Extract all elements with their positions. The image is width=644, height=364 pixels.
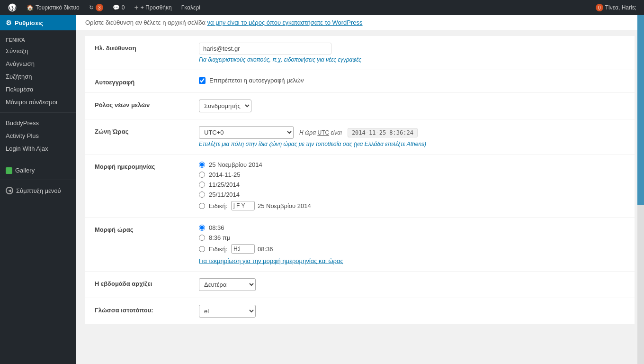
comments-count: 0 bbox=[122, 4, 125, 11]
scrollbar-track[interactable] bbox=[637, 15, 644, 364]
notice-link[interactable]: να μην είναι το μέρος όπου εγκαταστήσατε… bbox=[207, 19, 363, 26]
comments-icon: 💬 bbox=[113, 4, 120, 11]
admin-bar: 🏠 Τουριστικό δίκτυο ↻ 3 💬 0 + + Προσθήκη… bbox=[0, 0, 644, 15]
login-with-ajax-label: Login With Ajax bbox=[6, 145, 48, 152]
home-icon: 🏠 bbox=[27, 4, 34, 11]
updates-icon: ↻ bbox=[89, 4, 94, 11]
gear-icon: ⚙ bbox=[6, 19, 12, 27]
week-start-select[interactable]: Δευτέρα bbox=[199, 278, 256, 291]
timezone-select[interactable]: UTC+0 bbox=[199, 126, 294, 139]
utc-is: είναι bbox=[331, 129, 341, 136]
date-format-option-5: Ειδική: 25 Νοεμβρίου 2014 bbox=[199, 201, 625, 210]
add-new-button[interactable]: + + Προσθήκη bbox=[130, 0, 175, 15]
sidebar-item-buddypress[interactable]: BuddyPress bbox=[0, 117, 76, 129]
time-format-custom-input[interactable] bbox=[231, 244, 255, 254]
new-role-select[interactable]: Συνδρομητής bbox=[199, 100, 251, 112]
sidebar-active-menu-label: Ρυθμίσεις bbox=[15, 19, 43, 27]
sidebar-item-reading[interactable]: Ανάγνωση bbox=[0, 57, 76, 70]
site-name-button[interactable]: 🏠 Τουριστικό δίκτυο bbox=[23, 0, 83, 15]
user-menu[interactable]: 0 Τίνεα, Haris; bbox=[592, 0, 640, 15]
new-role-label: Ρόλος νέων μελών bbox=[95, 100, 199, 109]
sidebar-item-discussion-label: Συζήτηση bbox=[6, 73, 32, 80]
auto-register-checkbox[interactable] bbox=[199, 77, 206, 84]
date-format-radio-1[interactable] bbox=[199, 162, 205, 168]
date-format-custom-preview: 25 Νοεμβρίου 2014 bbox=[258, 202, 311, 209]
gallery-button[interactable]: Γκαλερί bbox=[178, 0, 204, 15]
timezone-row: Ζώνη Ώρας UTC+0 Η ώρα UTC είναι 2014-11-… bbox=[85, 119, 635, 155]
date-format-radio-2[interactable] bbox=[199, 172, 205, 178]
collapse-label: Σύμπτυξη μενού bbox=[16, 187, 61, 194]
utc-abbr: UTC bbox=[317, 129, 329, 136]
date-format-label-3[interactable]: 11/25/2014 bbox=[209, 181, 240, 188]
date-format-option-1: 25 Νοεμβρίου 2014 bbox=[199, 161, 625, 168]
week-start-label: Η εβδομάδα αρχίζει bbox=[95, 278, 199, 287]
updates-button[interactable]: ↻ 3 bbox=[85, 0, 107, 15]
date-format-option-3: 11/25/2014 bbox=[199, 181, 625, 188]
time-format-docs-link[interactable]: Για τεκμηρίωση για την μορφή ημερομηνίας… bbox=[199, 257, 343, 264]
site-name-label: Τουριστικό δίκτυο bbox=[36, 4, 80, 11]
sidebar-item-syntax-label: Σύνταξη bbox=[6, 47, 28, 55]
email-value-area: Για διαχειριστικούς σκοπούς, π.χ. ειδοπο… bbox=[199, 43, 625, 63]
week-start-row: Η εβδομάδα αρχίζει Δευτέρα bbox=[85, 272, 635, 298]
time-format-radio-2[interactable] bbox=[199, 235, 205, 241]
date-format-row: Μορφή ημερομηνίας 25 Νοεμβρίου 2014 2014… bbox=[85, 155, 635, 218]
collapse-icon: ◀ bbox=[6, 187, 13, 194]
date-format-custom-input[interactable] bbox=[231, 201, 255, 210]
sidebar-item-media[interactable]: Πολυμέσα bbox=[0, 83, 76, 96]
notice-text: Ορίστε διεύθυνση αν θέλετε η αρχική σελί… bbox=[85, 19, 206, 26]
general-section-label: Γενικά bbox=[0, 30, 76, 45]
date-format-radio-group: 25 Νοεμβρίου 2014 2014-11-25 11/25/2014 bbox=[199, 161, 625, 210]
gallery-label: Γκαλερί bbox=[181, 4, 200, 11]
email-hint: Για διαχειριστικούς σκοπούς, π.χ. ειδοπο… bbox=[199, 56, 625, 63]
date-format-value: 25 Νοεμβρίου 2014 2014-11-25 11/25/2014 bbox=[199, 161, 625, 210]
sidebar-item-permalinks-label: Μόνιμοι σύνδεσμοι bbox=[6, 99, 57, 106]
date-format-label-5[interactable]: Ειδική: bbox=[209, 202, 227, 209]
sidebar-item-syntax[interactable]: Σύνταξη bbox=[0, 45, 76, 57]
date-format-label-1[interactable]: 25 Νοεμβρίου 2014 bbox=[209, 161, 262, 168]
scrollbar-thumb[interactable] bbox=[637, 15, 644, 205]
email-row: Ηλ. διεύθυνση Για διαχειριστικούς σκοπού… bbox=[85, 36, 635, 70]
new-role-row: Ρόλος νέων μελών Συνδρομητής bbox=[85, 93, 635, 119]
wp-logo-button[interactable] bbox=[4, 0, 21, 15]
sidebar-divider-2 bbox=[0, 159, 76, 159]
time-format-custom-preview: 08:36 bbox=[258, 246, 273, 253]
settings-menu-header[interactable]: ⚙ Ρυθμίσεις bbox=[0, 15, 76, 30]
user-badge: 0 bbox=[596, 4, 603, 11]
sidebar-item-gallery[interactable]: Gallery bbox=[0, 163, 76, 176]
time-format-label-1[interactable]: 08:36 bbox=[209, 224, 224, 231]
date-format-option-4: 25/11/2014 bbox=[199, 191, 625, 198]
sidebar-item-permalinks[interactable]: Μόνιμοι σύνδεσμοι bbox=[0, 96, 76, 109]
time-format-radio-1[interactable] bbox=[199, 225, 205, 231]
user-name: Τίνεα, Haris; bbox=[605, 4, 636, 11]
email-input[interactable] bbox=[199, 43, 331, 55]
time-format-label-3[interactable]: Ειδική: bbox=[209, 246, 227, 253]
email-label: Ηλ. διεύθυνση bbox=[95, 43, 199, 52]
time-format-option-3: Ειδική: 08:36 bbox=[199, 244, 625, 254]
utc-label-prefix: Η ώρα bbox=[299, 129, 316, 136]
date-format-label-2[interactable]: 2014-11-25 bbox=[209, 171, 241, 178]
auto-register-checkbox-label[interactable]: Επιτρέπεται η αυτοεγγραφή μελών bbox=[209, 77, 304, 84]
language-select[interactable]: el bbox=[199, 305, 256, 318]
time-format-radio-group: 08:36 8:36 πμ Ειδική: 08:36 bbox=[199, 224, 625, 254]
sidebar-item-discussion[interactable]: Συζήτηση bbox=[0, 70, 76, 83]
main-content: Ορίστε διεύθυνση αν θέλετε η αρχική σελί… bbox=[76, 15, 644, 364]
language-value: el bbox=[199, 305, 625, 318]
time-format-label-2[interactable]: 8:36 πμ bbox=[209, 234, 230, 241]
auto-register-value: Επιτρέπεται η αυτοεγγραφή μελών bbox=[199, 77, 625, 84]
utc-label-text: Η ώρα UTC είναι bbox=[299, 129, 342, 136]
sidebar-item-activity-plus[interactable]: Activity Plus bbox=[0, 129, 76, 142]
date-format-radio-3[interactable] bbox=[199, 182, 205, 188]
sidebar-item-login-with-ajax[interactable]: Login With Ajax bbox=[0, 142, 76, 155]
language-label: Γλώσσα ιστοτόπου: bbox=[95, 305, 199, 314]
time-format-radio-3[interactable] bbox=[199, 246, 205, 252]
date-format-radio-4[interactable] bbox=[199, 191, 205, 198]
time-format-value: 08:36 8:36 πμ Ειδική: 08:36 bbox=[199, 224, 625, 264]
date-format-label-4[interactable]: 25/11/2014 bbox=[209, 191, 240, 198]
date-format-radio-5[interactable] bbox=[199, 203, 205, 209]
sidebar-divider-1 bbox=[0, 112, 76, 113]
collapse-menu-button[interactable]: ◀ Σύμπτυξη μενού bbox=[0, 184, 76, 197]
comments-button[interactable]: 💬 0 bbox=[109, 0, 129, 15]
time-format-option-1: 08:36 bbox=[199, 224, 625, 231]
updates-count: 3 bbox=[96, 4, 103, 11]
auto-register-label: Αυτοεγγραφή bbox=[95, 77, 199, 86]
